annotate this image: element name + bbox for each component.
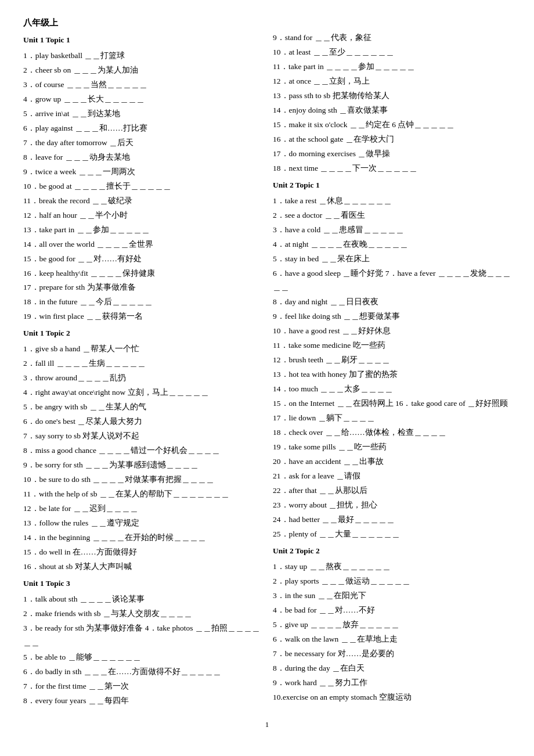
list-item: 4．be bad for ＿＿对……不好 bbox=[273, 603, 511, 618]
list-item: 6．have a good sleep ＿睡个好觉 7．have a fever… bbox=[273, 267, 511, 296]
list-item: 16．at the school gate ＿在学校大门 bbox=[273, 132, 511, 147]
list-item: 9．twice a week ＿＿＿一周两次 bbox=[23, 165, 261, 179]
list-item: 3．throw around＿＿＿＿乱扔 bbox=[23, 371, 261, 386]
list-item: 10．be good at ＿＿＿＿擅长于＿＿＿＿＿ bbox=[23, 179, 261, 194]
section-title: Unit 2 Topic 1 bbox=[273, 178, 511, 193]
list-item: 3．of course ＿＿＿当然＿＿＿＿＿ bbox=[23, 78, 261, 92]
list-item: 8．every four years ＿＿每四年 bbox=[23, 694, 261, 708]
list-item: 13．take part in ＿＿参加＿＿＿＿＿ bbox=[23, 223, 261, 237]
list-item: 6．do one's best ＿尽某人最大努力 bbox=[23, 415, 261, 429]
list-item: 18．check over ＿＿给……做体检，检查＿＿＿＿ bbox=[273, 426, 511, 440]
list-item: 8．during the day ＿在白天 bbox=[273, 661, 511, 676]
list-item: 4．right away\at once\right now 立刻，马上＿＿＿＿… bbox=[23, 386, 261, 400]
list-item: 6．do badly in sth ＿＿＿在……方面做得不好＿＿＿＿＿ bbox=[23, 665, 261, 679]
list-item: 1．play basketball ＿＿打篮球 bbox=[23, 49, 261, 63]
list-item: 15．be good for ＿＿对……有好处 bbox=[23, 252, 261, 267]
list-item: 17．lie down ＿躺下＿＿＿＿ bbox=[273, 411, 511, 426]
list-item: 8．day and night ＿＿日日夜夜 bbox=[273, 295, 511, 309]
list-item: 19．take some pills ＿＿吃一些药 bbox=[273, 440, 511, 455]
list-item: 11．take part in ＿＿＿＿参加＿＿＿＿＿ bbox=[273, 60, 511, 74]
list-item: 2．make friends with sb ＿与某人交朋友＿＿＿＿ bbox=[23, 607, 261, 621]
list-item: 15．make it six o'clock ＿＿约定在 6 点钟＿＿＿＿＿ bbox=[273, 118, 511, 132]
list-item: 1．talk about sth ＿＿＿＿谈论某事 bbox=[23, 592, 261, 607]
list-item: 7．be necessary for 对……是必要的 bbox=[273, 647, 511, 661]
list-item: 3．in the sun ＿＿在阳光下 bbox=[273, 589, 511, 603]
list-item: 17．do morning exercises ＿做早操 bbox=[273, 147, 511, 161]
list-item: 11．break the record ＿＿破纪录 bbox=[23, 194, 261, 208]
list-item: 18．next time ＿＿＿＿下一次＿＿＿＿＿ bbox=[273, 161, 511, 176]
list-item: 1．take a rest ＿休息＿＿＿＿＿＿ bbox=[273, 194, 511, 208]
list-item: 12．be late for ＿＿迟到＿＿＿＿ bbox=[23, 502, 261, 516]
list-item: 3．be ready for sth 为某事做好准备 4．take photos… bbox=[23, 621, 261, 650]
list-item: 13．follow the rules ＿＿遵守规定 bbox=[23, 516, 261, 531]
list-item: 14．enjoy doing sth ＿喜欢做某事 bbox=[273, 103, 511, 118]
list-item: 3．have a cold ＿＿患感冒＿＿＿＿＿ bbox=[273, 223, 511, 237]
list-item: 10．at least ＿＿至少＿＿＿＿＿＿ bbox=[273, 45, 511, 60]
page-number: 1 bbox=[23, 720, 511, 729]
list-item: 5．be angry with sb ＿＿生某人的气 bbox=[23, 400, 261, 415]
list-item: 2．fall ill ＿＿＿＿生病＿＿＿＿＿ bbox=[23, 357, 261, 371]
section-title: Unit 2 Topic 2 bbox=[273, 544, 511, 559]
list-item: 17．prepare for sth 为某事做准备 bbox=[23, 280, 261, 295]
list-item: 11．take some medicine 吃一些药 bbox=[273, 339, 511, 353]
section-title: Unit 1 Topic 3 bbox=[23, 577, 261, 591]
section-title: Unit 1 Topic 2 bbox=[23, 326, 261, 341]
list-item: 7．say sorry to sb 对某人说对不起 bbox=[23, 429, 261, 444]
list-item: 14．all over the world ＿＿＿＿全世界 bbox=[23, 237, 261, 252]
list-item: 9．be sorry for sth ＿＿＿为某事感到遗憾＿＿＿＿ bbox=[23, 458, 261, 473]
list-item: 14．too much ＿＿＿太多＿＿＿＿ bbox=[273, 382, 511, 397]
list-item: 12．brush teeth ＿＿刷牙＿＿＿＿ bbox=[273, 353, 511, 368]
list-item: 8．miss a good chance ＿＿＿＿错过一个好机会＿＿＿＿ bbox=[23, 444, 261, 458]
list-item: 16．keep healthy\fit ＿＿＿＿保持健康 bbox=[23, 267, 261, 281]
list-item: 12．half an hour ＿＿半个小时 bbox=[23, 208, 261, 223]
list-item: 7．for the first time ＿＿第一次 bbox=[23, 679, 261, 694]
right-column: 9．stand for ＿＿代表，象征10．at least ＿＿至少＿＿＿＿＿… bbox=[273, 31, 511, 708]
list-item: 16．shout at sb 对某人大声叫喊 bbox=[23, 560, 261, 574]
list-item: 2．cheer sb on ＿＿＿为某人加油 bbox=[23, 63, 261, 78]
section-title: Unit 1 Topic 1 bbox=[23, 33, 261, 48]
list-item: 1．give sb a hand ＿帮某人一个忙 bbox=[23, 342, 261, 357]
list-item: 15．on the Internet ＿＿在因特网上 16．take good … bbox=[273, 397, 511, 411]
list-item: 9．work hard ＿＿努力工作 bbox=[273, 676, 511, 690]
list-item: 23．worry about ＿担忧，担心 bbox=[273, 498, 511, 513]
list-item: 10．be sure to do sth ＿＿＿＿对做某事有把握＿＿＿＿ bbox=[23, 473, 261, 487]
list-item: 2．see a doctor ＿＿看医生 bbox=[273, 208, 511, 223]
left-column: Unit 1 Topic 11．play basketball ＿＿打篮球2．c… bbox=[23, 31, 261, 708]
list-item: 12．at once ＿＿立刻，马上 bbox=[273, 74, 511, 89]
list-item: 19．win first place ＿＿获得第一名 bbox=[23, 309, 261, 324]
list-item: 13．pass sth to sb 把某物传给某人 bbox=[273, 89, 511, 103]
list-item: 2．play sports ＿＿＿做运动＿＿＿＿＿ bbox=[273, 574, 511, 589]
list-item: 5．stay in bed ＿＿呆在床上 bbox=[273, 252, 511, 267]
list-item: 13．hot tea with honey 加了蜜的热茶 bbox=[273, 368, 511, 382]
list-item: 9．feel like doing sth ＿＿想要做某事 bbox=[273, 309, 511, 324]
list-item: 8．leave for ＿＿＿动身去某地 bbox=[23, 150, 261, 165]
list-item: 25．plenty of ＿＿大量＿＿＿＿＿＿ bbox=[273, 527, 511, 542]
list-item: 21．ask for a leave ＿请假 bbox=[273, 469, 511, 484]
list-item: 5．give up ＿＿＿＿放弃＿＿＿＿＿ bbox=[273, 618, 511, 632]
list-item: 6．play against ＿＿＿和……打比赛 bbox=[23, 121, 261, 136]
list-item: 7．the day after tomorrow ＿后天 bbox=[23, 136, 261, 150]
page-title: 八年级上 bbox=[23, 17, 511, 28]
list-item: 14．in the beginning ＿＿＿＿在开始的时候＿＿＿＿ bbox=[23, 531, 261, 545]
list-item: 15．do well in 在……方面做得好 bbox=[23, 545, 261, 560]
list-item: 5．arrive in\at ＿＿到达某地 bbox=[23, 107, 261, 121]
list-item: 6．walk on the lawn ＿＿在草地上走 bbox=[273, 632, 511, 647]
list-item: 22．after that ＿＿从那以后 bbox=[273, 484, 511, 498]
list-item: 10．have a good rest ＿＿好好休息 bbox=[273, 324, 511, 339]
list-item: 1．stay up ＿＿熬夜＿＿＿＿＿＿ bbox=[273, 560, 511, 574]
list-item: 10.exercise on an empty stomach 空腹运动 bbox=[273, 690, 511, 705]
list-item: 9．stand for ＿＿代表，象征 bbox=[273, 31, 511, 45]
list-item: 24．had better ＿＿最好＿＿＿＿＿ bbox=[273, 513, 511, 527]
list-item: 4．at night ＿＿＿＿在夜晚＿＿＿＿＿ bbox=[273, 237, 511, 252]
list-item: 18．in the future ＿＿今后＿＿＿＿＿ bbox=[23, 295, 261, 309]
list-item: 11．with the help of sb ＿＿在某人的帮助下＿＿＿＿＿＿＿ bbox=[23, 487, 261, 502]
list-item: 20．have an accident ＿＿出事故 bbox=[273, 455, 511, 469]
list-item: 5．be able to ＿能够＿＿＿＿＿＿ bbox=[23, 650, 261, 665]
list-item: 4．grow up ＿＿＿长大＿＿＿＿＿ bbox=[23, 92, 261, 107]
